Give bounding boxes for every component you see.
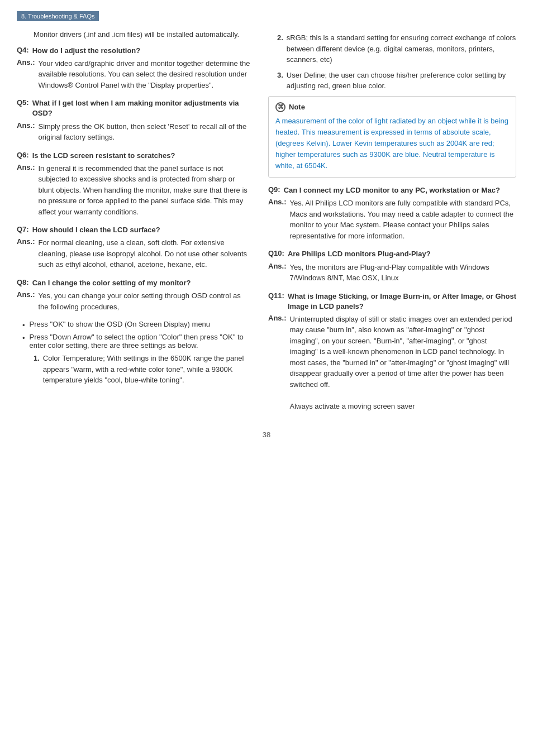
q5-ans-label: Ans.: <box>17 121 35 143</box>
q10-ans-label: Ans.: <box>268 262 287 284</box>
qa-block-q10: Q10: Are Philips LCD monitors Plug-and-P… <box>268 249 516 283</box>
q11-question-line: Q11: What is Image Sticking, or Image Bu… <box>268 291 516 312</box>
numbered-list-left: 1. Color Temperature; With settings in t… <box>17 353 251 386</box>
q5-text: What if I get lost when I am making moni… <box>32 98 251 118</box>
q11-label: Q11: <box>268 291 284 300</box>
qa-block-q8: Q8: Can I change the color setting of my… <box>17 278 251 312</box>
q11-last-line: Always activate a moving screen saver <box>290 402 415 410</box>
note-text: A measurement of the color of light radi… <box>275 116 509 172</box>
q6-ans-text: In general it is recommended that the pa… <box>39 163 252 218</box>
q9-question-line: Q9: Can I connect my LCD monitor to any … <box>268 185 516 195</box>
q5-ans-text: Simply press the OK button, then select … <box>39 121 252 143</box>
q4-answer: Ans.: Your video card/graphic driver and… <box>17 58 251 91</box>
page-number: 38 <box>17 430 516 439</box>
note-icon: ⌘ <box>275 102 285 112</box>
bullet-dot-1: • <box>22 321 25 329</box>
two-column-layout: Monitor drivers (.inf and .icm files) wi… <box>17 29 516 419</box>
bullet-text-2: Press "Down Arrow" to select the option … <box>30 333 251 350</box>
q11-text: What is Image Sticking, or Image Burn-in… <box>288 291 516 312</box>
q9-answer: Ans.: Yes. All Philips LCD monitors are … <box>268 198 516 241</box>
left-column: Monitor drivers (.inf and .icm files) wi… <box>17 29 251 419</box>
q6-question-line: Q6: Is the LCD screen resistant to scrat… <box>17 151 251 161</box>
bullet-item-1: • Press "OK" to show the OSD (On Screen … <box>17 320 251 329</box>
q5-label: Q5: <box>17 98 29 107</box>
q8-answer: Ans.: Yes, you can change your color set… <box>17 290 251 312</box>
numbered-item-2: 2. sRGB; this is a standard setting for … <box>277 32 516 65</box>
q8-text: Can I change the color setting of my mon… <box>32 278 191 288</box>
q9-label: Q9: <box>268 185 280 194</box>
qa-block-q11: Q11: What is Image Sticking, or Image Bu… <box>268 291 516 412</box>
q8-label: Q8: <box>17 278 29 286</box>
q11-answer: Ans.: Uninterrupted display of still or … <box>268 314 516 412</box>
q5-question-line: Q5: What if I get lost when I am making … <box>17 98 251 118</box>
numbered-list-right: 2. sRGB; this is a standard setting for … <box>268 32 516 92</box>
right-column: 2. sRGB; this is a standard setting for … <box>268 29 516 419</box>
q8-ans-text: Yes, you can change your color setting t… <box>39 290 252 312</box>
q10-text: Are Philips LCD monitors Plug-and-Play? <box>288 249 431 259</box>
qa-block-q7: Q7: How should I clean the LCD surface? … <box>17 225 251 270</box>
page: 8. Troubleshooting & FAQs Monitor driver… <box>0 0 533 756</box>
q6-answer: Ans.: In general it is recommended that … <box>17 163 251 218</box>
q5-answer: Ans.: Simply press the OK button, then s… <box>17 121 251 143</box>
q9-ans-label: Ans.: <box>268 198 287 241</box>
qa-block-q4: Q4: How do I adjust the resolution? Ans.… <box>17 46 251 91</box>
q9-ans-text: Yes. All Philips LCD monitors are fully … <box>290 198 517 241</box>
num-label-2: 2. <box>277 32 283 65</box>
q10-ans-text: Yes, the monitors are Plug-and-Play comp… <box>290 262 517 284</box>
q10-label: Q10: <box>268 249 284 257</box>
bullet-dot-2: • <box>22 334 25 350</box>
q7-label: Q7: <box>17 225 29 233</box>
q7-ans-text: For normal cleaning, use a clean, soft c… <box>39 237 252 270</box>
q4-question-line: Q4: How do I adjust the resolution? <box>17 46 251 56</box>
q6-ans-label: Ans.: <box>17 163 35 218</box>
numbered-item-1: 1. Color Temperature; With settings in t… <box>34 353 251 386</box>
q6-label: Q6: <box>17 151 29 159</box>
bullet-item-2: • Press "Down Arrow" to select the optio… <box>17 333 251 350</box>
intro-text: Monitor drivers (.inf and .icm files) wi… <box>17 29 251 40</box>
note-header: ⌘ Note <box>275 102 509 112</box>
q11-ans-label: Ans.: <box>268 314 287 412</box>
q4-label: Q4: <box>17 46 29 54</box>
q7-answer: Ans.: For normal cleaning, use a clean, … <box>17 237 251 270</box>
q8-ans-label: Ans.: <box>17 290 35 312</box>
q7-text: How should I clean the LCD surface? <box>32 225 160 235</box>
q9-text: Can I connect my LCD monitor to any PC, … <box>284 185 500 195</box>
numbered-item-3: 3. User Define; the user can choose his/… <box>277 70 516 92</box>
q4-ans-text: Your video card/graphic driver and monit… <box>39 58 252 91</box>
qa-block-q5: Q5: What if I get lost when I am making … <box>17 98 251 142</box>
section-header: 8. Troubleshooting & FAQs <box>17 11 99 21</box>
q10-answer: Ans.: Yes, the monitors are Plug-and-Pla… <box>268 262 516 284</box>
q7-ans-label: Ans.: <box>17 237 35 270</box>
num-text-1: Color Temperature; With settings in the … <box>43 353 251 386</box>
q11-ans-text: Uninterrupted display of still or static… <box>290 315 512 389</box>
qa-block-q6: Q6: Is the LCD screen resistant to scrat… <box>17 151 251 218</box>
q6-text: Is the LCD screen resistant to scratches… <box>32 151 175 161</box>
note-label: Note <box>289 103 305 111</box>
num-text-2: sRGB; this is a standard setting for ens… <box>287 32 516 65</box>
q10-question-line: Q10: Are Philips LCD monitors Plug-and-P… <box>268 249 516 259</box>
q8-question-line: Q8: Can I change the color setting of my… <box>17 278 251 288</box>
num-label-1: 1. <box>34 353 40 386</box>
q4-text: How do I adjust the resolution? <box>32 46 141 56</box>
q7-question-line: Q7: How should I clean the LCD surface? <box>17 225 251 235</box>
num-text-3: User Define; the user can choose his/her… <box>287 70 516 92</box>
num-label-3: 3. <box>277 70 283 92</box>
qa-block-q9: Q9: Can I connect my LCD monitor to any … <box>268 185 516 241</box>
bullet-text-1: Press "OK" to show the OSD (On Screen Di… <box>30 320 211 329</box>
q4-ans-label: Ans.: <box>17 58 35 91</box>
note-box: ⌘ Note A measurement of the color of lig… <box>268 96 516 178</box>
